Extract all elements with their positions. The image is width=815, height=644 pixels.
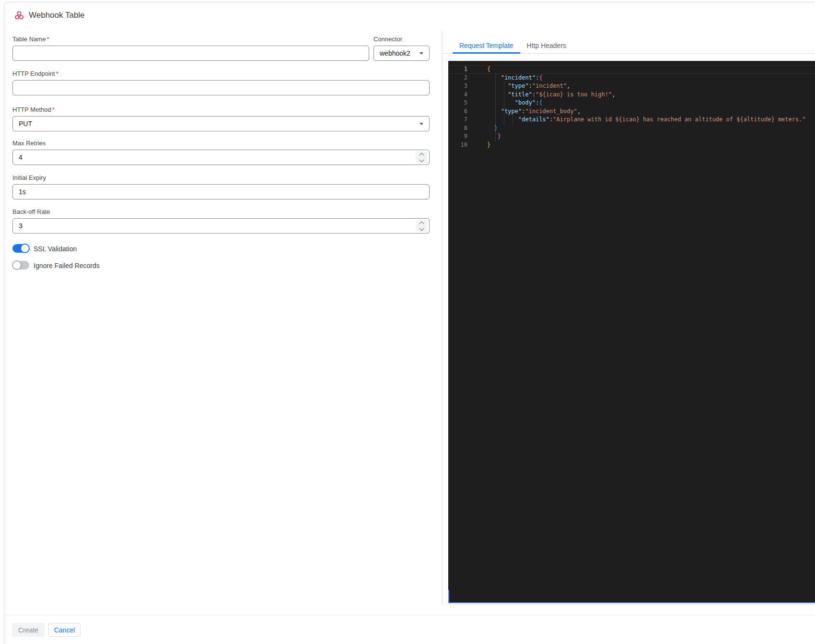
- code-line: 10}: [448, 141, 815, 150]
- editor-tabbar: Request Template Http Headers: [442, 38, 815, 54]
- max-retries-field: [12, 150, 430, 165]
- backoff-rate-field: [12, 218, 430, 234]
- create-button[interactable]: Create: [12, 623, 45, 637]
- page-title: Webhook Table: [29, 11, 85, 20]
- tab-request-template[interactable]: Request Template: [453, 38, 520, 54]
- panel-divider: [442, 31, 442, 606]
- toggle-knob: [12, 260, 22, 270]
- code-line: 5 "body":{: [448, 99, 815, 107]
- http-method-select[interactable]: PUT: [12, 116, 430, 131]
- code-line: 2 "incident":{: [448, 74, 815, 82]
- http-method-value: PUT: [19, 120, 32, 128]
- connector-value: webhook2: [380, 49, 410, 57]
- dialog-header: Webhook Table: [14, 11, 85, 20]
- code-line: 3 "type":"incident",: [448, 82, 815, 91]
- code-line: 7 "details":"Airplane with id ${icao} ha…: [448, 116, 815, 124]
- table-name-input[interactable]: [12, 46, 369, 61]
- http-endpoint-input[interactable]: [12, 80, 430, 95]
- required-asterisk: *: [56, 70, 58, 77]
- max-retries-label: Max Retries: [12, 140, 46, 147]
- code-lines: 1{2 "incident":{3 "type":"incident",4 "t…: [448, 65, 815, 149]
- table-name-label: Table Name*: [12, 35, 49, 43]
- chevron-down-icon: [419, 123, 423, 125]
- ssl-validation-toggle[interactable]: [12, 244, 29, 253]
- connector-label: Connector: [373, 35, 402, 43]
- http-endpoint-label: HTTP Endpoint*: [12, 70, 58, 77]
- chevron-down-icon: [419, 52, 423, 55]
- initial-expiry-input[interactable]: [12, 184, 430, 199]
- cancel-button[interactable]: Cancel: [48, 623, 81, 637]
- connector-select[interactable]: webhook2: [373, 46, 430, 61]
- code-line: 8 }: [448, 124, 815, 133]
- ssl-validation-label: SSL Validation: [34, 245, 77, 253]
- backoff-rate-label: Back-off Rate: [12, 208, 50, 215]
- chevron-up-icon: [419, 221, 424, 226]
- tab-http-headers[interactable]: Http Headers: [520, 38, 573, 54]
- required-asterisk: *: [47, 35, 49, 43]
- number-stepper[interactable]: [416, 152, 427, 163]
- webhook-table-dialog: Webhook Table Table Name* Connector webh…: [0, 0, 815, 644]
- code-line: 9 }: [448, 132, 815, 141]
- required-asterisk: *: [52, 106, 55, 113]
- code-line: 4 "title":"${icao} is too high!",: [448, 91, 815, 99]
- initial-expiry-label: Initial Expiry: [12, 174, 46, 181]
- chevron-up-icon: [419, 152, 424, 157]
- chevron-down-icon: [419, 226, 424, 231]
- code-line: 1{: [448, 65, 815, 74]
- number-stepper[interactable]: [416, 220, 427, 232]
- max-retries-input[interactable]: [12, 150, 430, 165]
- footer-divider: [4, 615, 815, 615]
- webhook-icon: [14, 11, 24, 20]
- code-line: 6 "type":"incident_body",: [448, 107, 815, 116]
- ignore-failed-records-toggle[interactable]: [12, 261, 29, 269]
- chevron-down-icon: [419, 157, 424, 162]
- http-method-label: HTTP Method*: [12, 106, 55, 113]
- toggle-knob: [20, 244, 30, 253]
- request-template-editor[interactable]: 1{2 "incident":{3 "type":"incident",4 "t…: [448, 61, 815, 603]
- editor-focus-notch: [448, 590, 449, 602]
- ignore-failed-records-label: Ignore Failed Records: [34, 262, 100, 269]
- backoff-rate-input[interactable]: [12, 218, 430, 234]
